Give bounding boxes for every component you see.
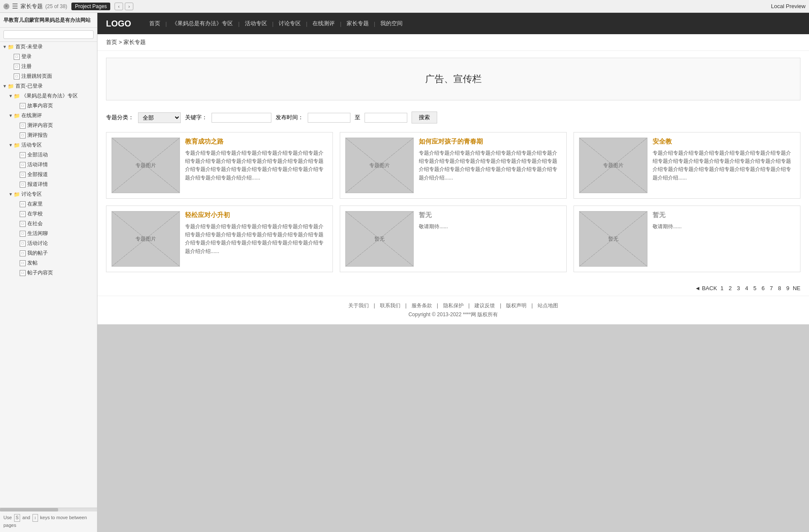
tree-label-t10: 测评报告 — [27, 132, 48, 139]
next-page-button[interactable]: › — [125, 3, 133, 10]
tree-spacer-t13 — [14, 162, 20, 168]
pagination-page-4[interactable]: 4 — [744, 285, 750, 291]
date-start-input[interactable] — [308, 113, 350, 123]
nav-link-4[interactable]: 在线测评 — [307, 20, 340, 27]
card-c2[interactable]: 专题图片如何应对孩子的青春期专题介绍专题介绍专题介绍专题介绍专题介绍专题介绍专题… — [340, 132, 567, 199]
menu-icon[interactable]: ☰ — [12, 2, 18, 10]
card-image-c2: 专题图片 — [345, 138, 414, 193]
sidebar-item-t6[interactable]: 📁《果妈总是有办法》专区 — [0, 91, 97, 101]
sidebar-item-t1[interactable]: 📁首页-未登录 — [0, 42, 97, 52]
sidebar-item-t20[interactable]: □生活闲聊 — [0, 229, 97, 238]
sidebar-item-t13[interactable]: □活动详情 — [0, 160, 97, 170]
category-select[interactable]: 全部 教育 健康 活动 — [138, 112, 181, 123]
folder-icon-t8: 📁 — [14, 113, 20, 119]
breadcrumb-home[interactable]: 首页 — [106, 39, 117, 45]
tree-spacer-t12 — [14, 152, 20, 158]
nav-link-0[interactable]: 首页 — [144, 20, 165, 27]
pagination-page-8[interactable]: 8 — [776, 285, 783, 291]
pagination-page-6[interactable]: 6 — [760, 285, 766, 291]
project-pages-button[interactable]: Project Pages — [71, 3, 110, 10]
folder-icon-t16: 📁 — [14, 191, 20, 197]
sidebar-item-t2[interactable]: □登录 — [0, 52, 97, 62]
tree-spacer-t15 — [14, 182, 20, 188]
sidebar-item-t23[interactable]: □发帖 — [0, 258, 97, 268]
sidebar-item-t18[interactable]: □在学校 — [0, 209, 97, 219]
footer-link-1[interactable]: 联系我们 — [380, 303, 400, 309]
pagination-page-9[interactable]: 9 — [785, 285, 791, 291]
pagination-next[interactable]: NE — [793, 285, 800, 291]
footer-link-2[interactable]: 服务条款 — [412, 303, 432, 309]
card-desc-c5: 敬请期待...... — [419, 223, 561, 231]
card-image-c5: 暂无 — [345, 211, 414, 267]
card-c1[interactable]: 专题图片教育成功之路专题介绍专题介绍专题介绍专题介绍专题介绍专题介绍专题介绍专题… — [106, 132, 333, 199]
sidebar-item-t11[interactable]: 📁活动专区 — [0, 140, 97, 150]
sidebar-item-t22[interactable]: □我的帖子 — [0, 248, 97, 258]
card-title-c4[interactable]: 轻松应对小升初 — [185, 211, 327, 219]
pagination-page-2[interactable]: 2 — [727, 285, 733, 291]
date-end-input[interactable] — [365, 113, 407, 123]
keyword-label: 关键字： — [185, 114, 207, 121]
card-title-c2[interactable]: 如何应对孩子的青春期 — [419, 138, 561, 146]
card-c6[interactable]: 暂无暂无敬请期待...... — [574, 206, 800, 272]
sidebar-item-t9[interactable]: □测评内容页 — [0, 121, 97, 130]
footer-link-6[interactable]: 站点地图 — [538, 303, 558, 309]
search-button[interactable]: 搜索 — [412, 112, 437, 123]
tree-label-t12: 全部活动 — [27, 151, 48, 159]
card-c5[interactable]: 暂无暂无敬请期待...... — [340, 206, 567, 272]
footer-link-4[interactable]: 建议反馈 — [474, 303, 495, 309]
pagination-page-1[interactable]: 1 — [719, 285, 725, 291]
cards-grid: 专题图片教育成功之路专题介绍专题介绍专题介绍专题介绍专题介绍专题介绍专题介绍专题… — [97, 128, 809, 281]
card-c3[interactable]: 专题图片安全教专题介绍专题介绍专题介绍专题介绍专题介绍专题介绍专题介绍专题介绍专… — [574, 132, 800, 199]
footer-link-0[interactable]: 关于我们 — [348, 303, 369, 309]
nav-link-5[interactable]: 家长专题 — [341, 20, 374, 27]
tree-label-t6: 《果妈总是有办法》专区 — [21, 92, 78, 100]
sidebar-item-t8[interactable]: 📁在线测评 — [0, 111, 97, 121]
pagination-page-7[interactable]: 7 — [768, 285, 774, 291]
card-title-c6[interactable]: 暂无 — [653, 211, 795, 219]
nav-link-2[interactable]: 活动专区 — [240, 20, 272, 27]
sidebar-item-t10[interactable]: □测评报告 — [0, 130, 97, 140]
tree-arrow-t1 — [2, 44, 8, 50]
sidebar-item-t14[interactable]: □全部报道 — [0, 170, 97, 179]
pagination-page-3[interactable]: 3 — [735, 285, 741, 291]
sidebar-item-t16[interactable]: 📁讨论专区 — [0, 189, 97, 199]
card-c4[interactable]: 专题图片轻松应对小升初专题介绍专题介绍专题介绍专题介绍专题介绍专题介绍专题介绍专… — [106, 206, 333, 272]
card-title-c3[interactable]: 安全教 — [653, 138, 795, 146]
sidebar-item-t24[interactable]: □帖子内容页 — [0, 268, 97, 278]
page-icon-t3: □ — [14, 64, 20, 70]
tree-label-t13: 活动详情 — [27, 161, 48, 168]
tree-label-t14: 全部报道 — [27, 171, 48, 178]
tree-spacer-t17 — [14, 201, 20, 207]
pagination-page-5[interactable]: 5 — [752, 285, 758, 291]
footer-link-sep-1: | — [404, 303, 408, 309]
sidebar-item-t21[interactable]: □活动讨论 — [0, 238, 97, 248]
nav-link-3[interactable]: 讨论专区 — [274, 20, 306, 27]
search-input[interactable] — [3, 30, 94, 39]
sidebar-item-t3[interactable]: □注册 — [0, 62, 97, 71]
card-content-c6: 暂无敬请期待...... — [653, 211, 795, 231]
tree-spacer-t23 — [14, 260, 20, 266]
content-area[interactable]: LOGO 首页 | 《果妈总是有办法》专区 | 活动专区 | 讨论专区 | 在线… — [97, 13, 809, 532]
sidebar-item-t15[interactable]: □报道详情 — [0, 179, 97, 189]
close-button[interactable]: × — [3, 3, 9, 9]
sidebar-item-t5[interactable]: 📁首页-已登录 — [0, 81, 97, 91]
sidebar-item-t12[interactable]: □全部活动 — [0, 150, 97, 160]
prev-page-button[interactable]: ‹ — [115, 3, 123, 10]
sidebar-item-t17[interactable]: □在家里 — [0, 199, 97, 209]
horizontal-scrollbar[interactable] — [0, 508, 97, 511]
sidebar-item-t19[interactable]: □在社会 — [0, 219, 97, 229]
card-desc-c1: 专题介绍专题介绍专题介绍专题介绍专题介绍专题介绍专题介绍专题介绍专题介绍专题介绍… — [185, 149, 327, 182]
keyword-input[interactable] — [212, 113, 271, 123]
footer-link-5[interactable]: 版权声明 — [506, 303, 527, 309]
sidebar-item-t7[interactable]: □故事内容页 — [0, 101, 97, 111]
card-title-c1[interactable]: 教育成功之路 — [185, 138, 327, 146]
pagination-back[interactable]: ◄ BACK — [695, 285, 717, 291]
sidebar-item-t4[interactable]: □注册跳转页面 — [0, 71, 97, 81]
folder-icon-t5: 📁 — [8, 83, 14, 89]
card-image-c4: 专题图片 — [112, 211, 180, 267]
nav-link-1[interactable]: 《果妈总是有办法》专区 — [167, 20, 238, 27]
footer-link-3[interactable]: 隐私保护 — [443, 303, 464, 309]
card-title-c5[interactable]: 暂无 — [419, 211, 561, 219]
breadcrumb: 首页 > 家长专题 — [97, 34, 809, 51]
nav-link-6[interactable]: 我的空间 — [375, 20, 408, 27]
